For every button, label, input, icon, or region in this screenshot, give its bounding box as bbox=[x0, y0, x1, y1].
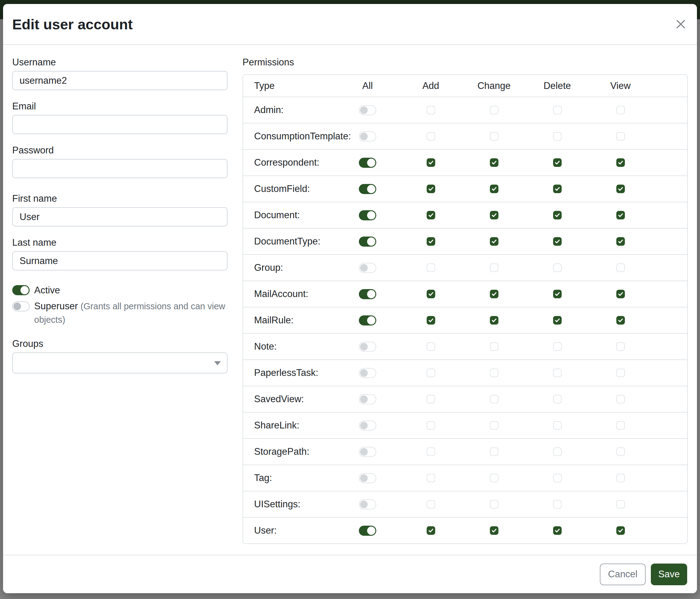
permission-delete-checkbox[interactable] bbox=[553, 474, 561, 482]
permission-delete-checkbox[interactable] bbox=[553, 132, 561, 141]
permission-delete-checkbox[interactable] bbox=[553, 421, 561, 430]
permission-add-checkbox[interactable] bbox=[427, 474, 435, 482]
permission-add-checkbox[interactable] bbox=[427, 448, 435, 456]
permission-view-checkbox[interactable] bbox=[616, 526, 625, 535]
permission-delete-checkbox[interactable] bbox=[553, 395, 561, 403]
permission-view-checkbox[interactable] bbox=[616, 342, 625, 351]
permission-change-checkbox[interactable] bbox=[490, 342, 498, 351]
permission-add-checkbox[interactable] bbox=[427, 158, 435, 167]
username-input[interactable] bbox=[12, 71, 227, 90]
permission-add-checkbox[interactable] bbox=[427, 526, 435, 535]
permission-add-checkbox[interactable] bbox=[427, 421, 435, 430]
permission-change-checkbox[interactable] bbox=[490, 500, 498, 508]
permission-change-checkbox[interactable] bbox=[490, 132, 498, 141]
permission-change-checkbox[interactable] bbox=[490, 316, 498, 325]
permission-add-checkbox[interactable] bbox=[427, 316, 435, 325]
permission-all-toggle[interactable] bbox=[359, 342, 376, 352]
permission-view-checkbox[interactable] bbox=[616, 132, 625, 141]
permission-all-toggle[interactable] bbox=[359, 421, 376, 431]
permission-all-toggle[interactable] bbox=[359, 131, 376, 142]
permission-delete-checkbox[interactable] bbox=[553, 448, 561, 456]
permission-add-checkbox[interactable] bbox=[427, 211, 435, 219]
toggle-knob bbox=[367, 237, 375, 246]
active-toggle[interactable] bbox=[12, 285, 30, 295]
cancel-button[interactable]: Cancel bbox=[600, 564, 646, 585]
toggle-knob bbox=[360, 501, 368, 508]
permission-all-toggle[interactable] bbox=[359, 105, 376, 115]
permission-add-checkbox[interactable] bbox=[427, 132, 435, 141]
permission-view-checkbox[interactable] bbox=[616, 368, 625, 377]
permission-delete-checkbox[interactable] bbox=[553, 290, 561, 298]
permission-add-checkbox[interactable] bbox=[427, 342, 435, 351]
permission-all-toggle[interactable] bbox=[359, 368, 376, 378]
permission-add-checkbox[interactable] bbox=[427, 500, 435, 508]
permission-view-checkbox[interactable] bbox=[616, 106, 625, 114]
permission-change-checkbox[interactable] bbox=[490, 237, 498, 246]
permission-change-checkbox[interactable] bbox=[490, 106, 498, 114]
permission-change-checkbox[interactable] bbox=[490, 158, 498, 167]
permission-all-toggle[interactable] bbox=[359, 473, 376, 483]
permission-view-checkbox[interactable] bbox=[616, 185, 625, 193]
last-name-input[interactable] bbox=[12, 251, 227, 270]
permission-delete-checkbox[interactable] bbox=[553, 368, 561, 377]
permission-all-toggle[interactable] bbox=[359, 499, 376, 509]
permission-change-checkbox[interactable] bbox=[490, 290, 498, 298]
permission-view-checkbox[interactable] bbox=[616, 500, 625, 508]
permission-add-checkbox[interactable] bbox=[427, 395, 435, 403]
permission-delete-checkbox[interactable] bbox=[553, 526, 561, 535]
permission-all-toggle[interactable] bbox=[359, 210, 376, 220]
permission-add-checkbox[interactable] bbox=[427, 290, 435, 298]
permission-view-checkbox[interactable] bbox=[616, 474, 625, 482]
permission-view-checkbox[interactable] bbox=[616, 448, 625, 456]
permission-delete-checkbox[interactable] bbox=[553, 342, 561, 351]
permission-view-checkbox[interactable] bbox=[616, 421, 625, 430]
permission-delete-checkbox[interactable] bbox=[553, 263, 561, 272]
email-input[interactable] bbox=[12, 115, 227, 134]
permission-add-checkbox[interactable] bbox=[427, 237, 435, 246]
permission-view-checkbox[interactable] bbox=[616, 263, 625, 272]
email-label: Email bbox=[12, 101, 227, 112]
permission-change-checkbox[interactable] bbox=[490, 368, 498, 377]
permission-view-checkbox[interactable] bbox=[616, 395, 625, 403]
permission-all-toggle[interactable] bbox=[359, 315, 376, 326]
permission-all-toggle[interactable] bbox=[359, 289, 376, 299]
permission-view-checkbox[interactable] bbox=[616, 211, 625, 219]
permission-add-checkbox[interactable] bbox=[427, 185, 435, 193]
permission-delete-checkbox[interactable] bbox=[553, 316, 561, 325]
permission-all-toggle[interactable] bbox=[359, 184, 376, 194]
permission-all-toggle[interactable] bbox=[359, 394, 376, 404]
permission-view-checkbox[interactable] bbox=[616, 158, 625, 167]
permission-add-checkbox[interactable] bbox=[427, 263, 435, 272]
permission-delete-checkbox[interactable] bbox=[553, 185, 561, 193]
permission-change-checkbox[interactable] bbox=[490, 421, 498, 430]
permission-all-toggle[interactable] bbox=[359, 263, 376, 273]
permission-change-checkbox[interactable] bbox=[490, 263, 498, 272]
permission-delete-checkbox[interactable] bbox=[553, 237, 561, 246]
permission-change-checkbox[interactable] bbox=[490, 526, 498, 535]
permission-delete-checkbox[interactable] bbox=[553, 500, 561, 508]
superuser-toggle[interactable] bbox=[12, 301, 30, 311]
permission-delete-checkbox[interactable] bbox=[553, 211, 561, 219]
permission-change-checkbox[interactable] bbox=[490, 395, 498, 403]
permission-all-toggle[interactable] bbox=[359, 447, 376, 457]
password-input[interactable] bbox=[12, 159, 227, 178]
permission-delete-checkbox[interactable] bbox=[553, 106, 561, 114]
permission-view-checkbox[interactable] bbox=[616, 290, 625, 298]
groups-select[interactable] bbox=[12, 352, 227, 374]
permission-add-checkbox[interactable] bbox=[427, 368, 435, 377]
permission-change-checkbox[interactable] bbox=[490, 185, 498, 193]
permission-add-checkbox[interactable] bbox=[427, 106, 435, 114]
first-name-input[interactable] bbox=[12, 207, 227, 226]
close-button[interactable] bbox=[674, 17, 688, 31]
permission-all-toggle[interactable] bbox=[359, 526, 376, 536]
permission-change-checkbox[interactable] bbox=[490, 474, 498, 482]
permission-all-toggle[interactable] bbox=[359, 237, 376, 247]
permission-view-checkbox[interactable] bbox=[616, 316, 625, 325]
permission-all-toggle[interactable] bbox=[359, 158, 376, 168]
permission-view-checkbox[interactable] bbox=[616, 237, 625, 246]
save-button[interactable]: Save bbox=[651, 564, 687, 585]
permission-type-label: User: bbox=[254, 525, 336, 536]
permission-change-checkbox[interactable] bbox=[490, 448, 498, 456]
permission-change-checkbox[interactable] bbox=[490, 211, 498, 219]
permission-delete-checkbox[interactable] bbox=[553, 158, 561, 167]
